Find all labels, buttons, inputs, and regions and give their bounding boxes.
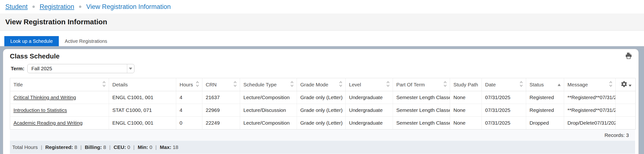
printer-icon — [624, 57, 633, 60]
term-value: Fall 2025 — [28, 66, 127, 71]
term-combobox[interactable]: Fall 2025 — [27, 64, 134, 73]
breadcrumb: StudentRegistrationView Registration Inf… — [0, 0, 644, 14]
sort-arrows-icon — [102, 81, 106, 89]
column-header-title[interactable]: Title — [10, 78, 109, 91]
tab-active-registrations[interactable]: Active Registrations — [59, 36, 113, 46]
cell-crn: 22969 — [202, 104, 240, 117]
cell-level: Undergraduate — [346, 104, 393, 117]
cell-crn: 21637 — [202, 91, 240, 104]
totals-ceu: CEU: 0 — [114, 144, 130, 150]
course-title-link[interactable]: Critical Thinking and Writing — [14, 95, 76, 100]
column-label: Status — [530, 82, 544, 88]
cell-title: Introduction to Statistics — [10, 104, 109, 117]
totals-billing: Billing: 8 — [85, 144, 106, 150]
column-label: Study Path — [454, 82, 478, 88]
column-header-date[interactable]: Date — [482, 78, 526, 91]
table-settings-header[interactable] — [616, 78, 636, 91]
column-header-hours[interactable]: Hours — [176, 78, 202, 91]
cell-hours: 4 — [176, 91, 202, 104]
cell-details: ENGL C1000, 001 — [109, 117, 176, 129]
column-header-level[interactable]: Level — [346, 78, 393, 91]
column-header-grade-mode[interactable]: Grade Mode — [297, 78, 346, 91]
records-count: Records: 3 — [10, 129, 635, 141]
course-title-link[interactable]: Academic Reading and Writing — [14, 120, 82, 126]
totals-separator: | — [109, 144, 110, 150]
page-title: View Registration Information — [5, 18, 107, 26]
term-dropdown-button[interactable] — [127, 64, 134, 73]
column-label: Part Of Term — [396, 82, 425, 88]
cell-part_of_term: Semester Length Classes — [393, 104, 450, 117]
cell-details: ENGL C1001, 001 — [109, 91, 176, 104]
cell-schedule_type: Lecture/Discussion — [240, 104, 297, 117]
cell-message: **Registered**07/31/2025 — [564, 91, 616, 104]
breadcrumb-separator-dot-icon — [32, 6, 35, 8]
course-title-link[interactable]: Introduction to Statistics — [14, 107, 67, 113]
cell-schedule_type: Lecture/Composition — [240, 91, 297, 104]
cell-grade_mode: Grade only (Letter) — [297, 104, 346, 117]
cell-level: Undergraduate — [346, 117, 393, 129]
column-label: Date — [485, 82, 496, 88]
sort-arrows-icon — [339, 81, 342, 89]
totals-registered: Registered: 8 — [45, 144, 77, 150]
cell-schedule_type: Lecture/Composition — [240, 117, 297, 129]
totals-min: Min: 0 — [138, 144, 152, 150]
cell-crn: 22249 — [202, 117, 240, 129]
totals-separator: | — [80, 144, 82, 150]
column-label: CRN — [206, 82, 217, 88]
tab-look-up-a-schedule[interactable]: Look up a Schedule — [4, 36, 59, 46]
cell-settings — [616, 104, 636, 117]
breadcrumb-link-student[interactable]: Student — [5, 3, 28, 11]
breadcrumb-link-registration[interactable]: Registration — [40, 3, 74, 11]
column-label: Grade Mode — [300, 82, 328, 88]
cell-part_of_term: Semester Length Classes — [393, 117, 450, 129]
panel-title: Class Schedule — [10, 52, 635, 60]
column-header-study-path: Study Path — [450, 78, 482, 91]
column-label: Message — [568, 82, 588, 88]
cell-level: Undergraduate — [346, 91, 393, 104]
column-header-status[interactable]: Status — [526, 78, 564, 91]
cell-message: **Registered**07/31/2025 — [564, 104, 616, 117]
table-settings-button[interactable] — [619, 81, 632, 89]
table-body: Critical Thinking and WritingENGL C1001,… — [10, 91, 636, 129]
cell-study_path: None — [450, 91, 482, 104]
totals-separator: | — [41, 144, 42, 150]
tab-bar: Look up a ScheduleActive Registrations — [0, 36, 644, 46]
column-header-crn[interactable]: CRN — [202, 78, 240, 91]
column-label: Hours — [180, 82, 193, 88]
sort-ascending-icon — [557, 82, 561, 88]
print-button[interactable] — [624, 52, 633, 60]
sort-arrows-icon — [520, 81, 523, 89]
total-hours-bar: Total Hours|Registered: 8|Billing: 8|CEU… — [10, 141, 635, 154]
breadcrumb-link-view-registration-information[interactable]: View Registration Information — [86, 3, 171, 11]
sort-arrows-icon — [196, 81, 199, 89]
cell-grade_mode: Grade only (Letter) — [297, 117, 346, 129]
chevron-down-icon — [129, 68, 132, 70]
column-header-part-of-term[interactable]: Part Of Term — [393, 78, 450, 91]
cell-status: Registered — [526, 104, 564, 117]
cell-date: 07/31/2025 — [482, 117, 526, 129]
cell-study_path: None — [450, 104, 482, 117]
table-row: Critical Thinking and WritingENGL C1001,… — [10, 91, 636, 104]
cell-status: Dropped — [526, 117, 564, 129]
cell-settings — [616, 117, 636, 129]
cell-hours: 4 — [176, 104, 202, 117]
totals-separator: | — [155, 144, 156, 150]
class-schedule-table: TitleDetailsHoursCRNSchedule TypeGrade M… — [10, 78, 636, 129]
table-header-row: TitleDetailsHoursCRNSchedule TypeGrade M… — [10, 78, 636, 91]
column-label: Details — [112, 82, 128, 88]
column-header-schedule-type[interactable]: Schedule Type — [240, 78, 297, 91]
total-hours-label: Total Hours — [12, 144, 38, 150]
cell-grade_mode: Grade only (Letter) — [297, 91, 346, 104]
column-label: Level — [349, 82, 361, 88]
cell-details: STAT C1000, 071 — [109, 104, 176, 117]
term-label: Term: — [11, 66, 24, 71]
sort-arrows-icon — [233, 81, 237, 89]
registration-page: StudentRegistrationView Registration Inf… — [0, 0, 644, 154]
column-label: Schedule Type — [244, 82, 277, 88]
totals-max: Max: 18 — [160, 144, 178, 150]
term-row: Term: Fall 2025 — [10, 64, 635, 73]
sort-arrows-icon — [443, 81, 447, 89]
cell-title: Critical Thinking and Writing — [10, 91, 109, 104]
page-title-bar: View Registration Information — [0, 14, 644, 31]
column-header-message[interactable]: Message — [564, 78, 616, 91]
